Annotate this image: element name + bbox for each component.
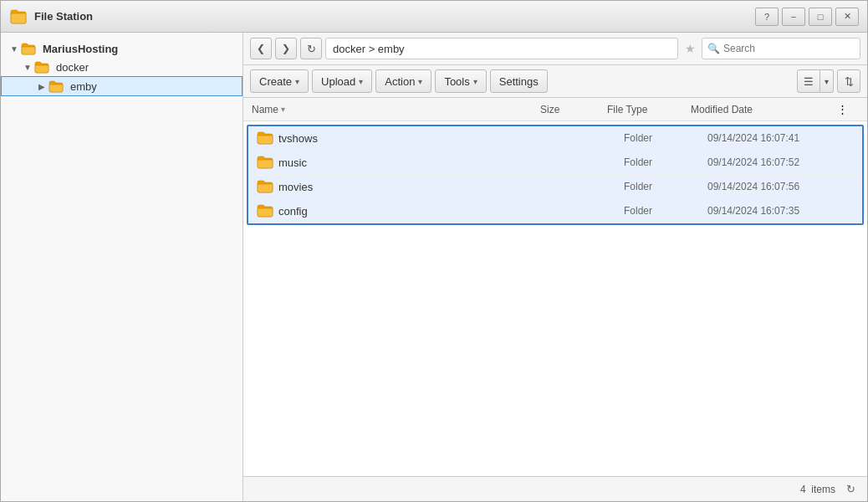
window-controls: ? − □ ✕ [755,8,859,26]
file-name: movies [278,181,313,193]
file-date-cell: 09/14/2024 16:07:52 [707,156,854,168]
file-name-cell: movies [257,179,557,194]
upload-button[interactable]: Upload ▾ [312,69,372,93]
col-header-date: Modified Date [691,104,837,115]
table-row[interactable]: config Folder 09/14/2024 16:07:35 [248,199,862,223]
list-view-icon: ☰ [804,75,814,88]
view-dropdown-button[interactable]: ▾ [820,69,834,93]
addressbar-refresh-icon: ↻ [307,43,316,55]
file-date-cell: 09/14/2024 16:07:35 [707,205,854,217]
forward-button[interactable]: ❯ [275,38,297,59]
tools-button[interactable]: Tools ▾ [435,69,486,93]
favorite-button[interactable]: ★ [682,38,698,59]
file-type-cell: Folder [624,156,707,168]
toggle-docker[interactable]: ▼ [21,60,34,74]
col-header-name[interactable]: Name ▾ [252,104,540,115]
sort-icon: ⇅ [845,75,854,88]
create-arrow: ▾ [295,77,299,86]
close-button[interactable]: ✕ [835,8,859,26]
titlebar: File Station ? − □ ✕ [1,1,867,33]
filelist-header: Name ▾ Size File Type Modified Date ⋮ [243,98,867,121]
action-arrow: ▾ [418,77,422,86]
search-input[interactable] [723,43,840,54]
root-folder-icon [21,42,36,55]
item-count-label: items [811,484,835,495]
addressbar-refresh-button[interactable]: ↻ [300,38,322,59]
file-name-cell: config [257,203,557,218]
app-icon [9,8,28,26]
toggle-mariushosting[interactable]: ▼ [8,42,21,55]
col-date-label: Modified Date [691,104,753,115]
action-label: Action [385,75,415,88]
more-icon: ⋮ [837,103,848,115]
docker-folder-icon [34,60,49,74]
file-name: config [278,205,308,218]
help-button[interactable]: ? [755,8,779,26]
table-row[interactable]: music Folder 09/14/2024 16:07:52 [248,151,862,175]
action-button[interactable]: Action ▾ [375,69,431,93]
file-station-window: File Station ? − □ ✕ ▼ MariusHosting ▼ [0,0,868,502]
filemanager: ❮ ❯ ↻ ★ 🔍 Create ▾ [243,33,867,501]
search-box: 🔍 [702,38,860,59]
file-name: music [278,156,307,169]
col-size-label: Size [540,104,559,115]
file-type-cell: Folder [624,205,707,217]
view-dropdown-icon: ▾ [825,77,829,86]
maximize-button[interactable]: □ [809,8,832,26]
forward-icon: ❯ [282,43,290,54]
file-name-cell: tvshows [257,131,557,146]
col-header-more[interactable]: ⋮ [837,103,859,115]
sidebar: ▼ MariusHosting ▼ docker ▶ [1,33,243,501]
settings-button[interactable]: Settings [490,69,548,93]
folder-icon [257,203,273,218]
toggle-emby[interactable]: ▶ [35,79,49,93]
item-count: 4 items [800,484,835,495]
view-toggle: ☰ ▾ [797,69,834,93]
folder-icon [257,131,273,146]
file-name: tvshows [278,132,318,145]
item-count-number: 4 [800,484,806,495]
upload-arrow: ▾ [359,77,363,86]
folder-icon [257,155,273,170]
list-view-button[interactable]: ☰ [797,69,820,93]
addressbar: ❮ ❯ ↻ ★ 🔍 [243,33,867,65]
minimize-button[interactable]: − [782,8,805,26]
file-name-cell: music [257,155,557,170]
filelist-container: Name ▾ Size File Type Modified Date ⋮ [243,98,867,476]
file-date-cell: 09/14/2024 16:07:41 [707,132,854,144]
back-button[interactable]: ❮ [250,38,272,59]
app-title: File Station [34,10,755,23]
col-type-label: File Type [607,104,647,115]
file-date-cell: 09/14/2024 16:07:56 [707,181,854,192]
path-input[interactable] [325,38,678,59]
create-label: Create [259,75,292,88]
folder-icon [257,179,273,194]
col-name-sort-arrow: ▾ [281,105,285,114]
sort-button[interactable]: ⇅ [837,69,860,93]
sidebar-item-emby[interactable]: ▶ emby [1,76,243,96]
statusbar-refresh-button[interactable]: ↻ [842,481,859,498]
col-header-size: Size [540,104,607,115]
create-button[interactable]: Create ▾ [250,69,309,93]
table-row[interactable]: movies Folder 09/14/2024 16:07:56 [248,175,862,199]
settings-label: Settings [499,75,539,88]
sidebar-label-mariushosting: MariusHosting [43,43,118,55]
table-row[interactable]: tvshows Folder 09/14/2024 16:07:41 [248,126,862,151]
col-name-label: Name [252,104,278,115]
search-icon[interactable]: 🔍 [707,43,720,54]
statusbar: 4 items ↻ [243,476,867,501]
file-type-cell: Folder [624,181,707,192]
tools-label: Tools [444,75,469,88]
emby-folder-icon [49,79,64,93]
sidebar-item-mariushosting[interactable]: ▼ MariusHosting [1,39,243,58]
toolbar: Create ▾ Upload ▾ Action ▾ Tools ▾ Setti… [243,65,867,98]
back-icon: ❮ [257,43,265,54]
tools-arrow: ▾ [473,77,477,86]
selected-files-area: tvshows Folder 09/14/2024 16:07:41 [247,125,864,225]
sidebar-label-docker: docker [56,61,89,74]
col-header-type: File Type [607,104,691,115]
file-type-cell: Folder [624,132,707,144]
sidebar-label-emby: emby [70,80,97,93]
sidebar-item-docker[interactable]: ▼ docker [1,58,243,76]
main-content: ▼ MariusHosting ▼ docker ▶ [1,33,867,501]
